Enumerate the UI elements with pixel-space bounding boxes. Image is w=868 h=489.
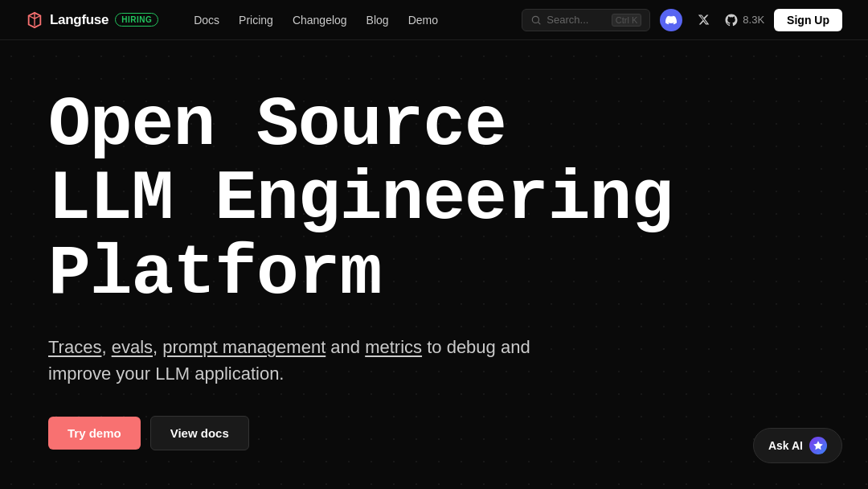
logo-text: Langfuse <box>50 12 108 28</box>
nav-links: Docs Pricing Changelog Blog Demo <box>194 14 515 27</box>
hero-sep2: , <box>153 337 162 357</box>
github-icon <box>724 13 739 27</box>
signup-button[interactable]: Sign Up <box>774 9 842 31</box>
search-box[interactable]: Search... Ctrl K <box>522 9 650 31</box>
github-stars: 8.3K <box>743 14 764 26</box>
hero-sep1: , <box>101 337 111 357</box>
discord-icon[interactable] <box>660 9 682 31</box>
hero-buttons: Try demo View docs <box>48 416 868 450</box>
search-icon <box>530 14 542 26</box>
hero-link-prompt-management[interactable]: prompt management <box>162 337 326 357</box>
nav-link-demo[interactable]: Demo <box>408 14 438 27</box>
hero-link-evals[interactable]: evals <box>112 337 153 357</box>
hero-sep3: and <box>326 337 365 357</box>
ask-ai-icon <box>809 437 827 454</box>
hero-subtitle: Traces, evals, prompt management and met… <box>48 334 595 387</box>
hiring-badge: HIRING <box>115 13 158 27</box>
try-demo-button[interactable]: Try demo <box>48 417 141 450</box>
hero-title: Open Source LLM Engineering Platform <box>48 88 868 311</box>
nav-link-blog[interactable]: Blog <box>366 14 389 27</box>
hero-section: Open Source LLM Engineering Platform Tra… <box>0 40 868 450</box>
github-button[interactable]: 8.3K <box>724 13 764 27</box>
logo-area[interactable]: Langfuse HIRING <box>26 11 158 29</box>
view-docs-button[interactable]: View docs <box>150 416 249 450</box>
hero-title-line3: Platform <box>48 234 381 314</box>
ask-ai-label: Ask AI <box>768 439 803 452</box>
hero-link-metrics[interactable]: metrics <box>365 337 422 357</box>
ask-ai-button[interactable]: Ask AI <box>753 428 842 463</box>
hero-title-line1: Open Source <box>48 85 506 165</box>
langfuse-logo-icon <box>26 11 43 29</box>
nav-link-pricing[interactable]: Pricing <box>239 14 273 27</box>
nav-link-changelog[interactable]: Changelog <box>293 14 347 27</box>
x-twitter-icon[interactable] <box>692 9 714 31</box>
navbar: Langfuse HIRING Docs Pricing Changelog B… <box>0 0 868 40</box>
nav-right: Search... Ctrl K 8.3K Sign Up <box>522 9 842 31</box>
search-shortcut: Ctrl K <box>612 14 642 27</box>
hero-title-line2: LLM Engineering <box>48 159 673 239</box>
search-placeholder: Search... <box>547 14 607 26</box>
nav-link-docs[interactable]: Docs <box>194 14 219 27</box>
hero-link-traces[interactable]: Traces <box>48 337 101 357</box>
